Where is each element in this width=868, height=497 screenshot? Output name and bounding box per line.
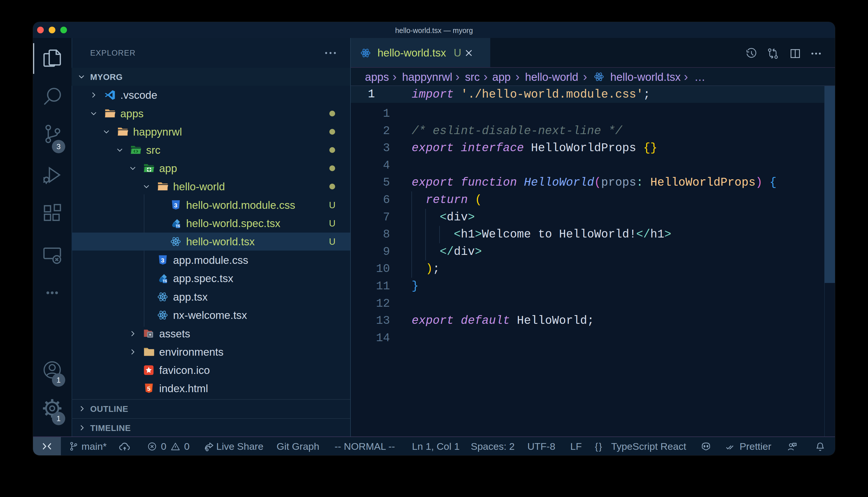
svg-text:3: 3 (161, 257, 164, 264)
svg-text:TS: TS (176, 224, 180, 228)
svg-text:5: 5 (147, 385, 150, 392)
svg-text:TS: TS (163, 279, 167, 283)
svg-text:3: 3 (174, 202, 177, 209)
